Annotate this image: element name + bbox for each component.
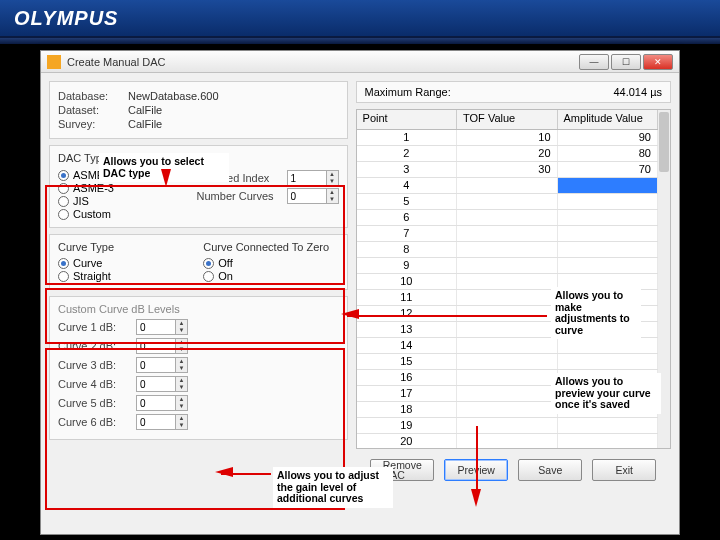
- dialog-window: Create Manual DAC — ☐ ✕ Database:NewData…: [40, 50, 680, 535]
- survey-value: CalFile: [128, 118, 162, 130]
- cell-tof[interactable]: [457, 306, 557, 321]
- cell-point: 1: [357, 130, 457, 145]
- brand-subbar: [0, 38, 720, 44]
- annotation-db-levels: Allows you to adjust the gain level of a…: [273, 467, 393, 508]
- cell-tof[interactable]: 20: [457, 146, 557, 161]
- exit-button[interactable]: Exit: [592, 459, 656, 481]
- dataset-value: CalFile: [128, 104, 162, 116]
- cell-tof[interactable]: [457, 210, 557, 225]
- table-row[interactable]: 20: [357, 434, 658, 448]
- table-row[interactable]: 11090: [357, 130, 658, 146]
- selected-index-input[interactable]: [287, 170, 327, 186]
- cell-amplitude[interactable]: [558, 354, 658, 369]
- chevron-down-icon[interactable]: ▼: [327, 178, 338, 185]
- cell-tof[interactable]: 30: [457, 162, 557, 177]
- cell-amplitude[interactable]: [558, 242, 658, 257]
- cell-point: 3: [357, 162, 457, 177]
- table-row[interactable]: 15: [357, 354, 658, 370]
- cell-amplitude[interactable]: [558, 434, 658, 448]
- table-row[interactable]: 4: [357, 178, 658, 194]
- annotation-preview: Allows you to preview your curve once it…: [551, 373, 661, 414]
- cell-amplitude[interactable]: 80: [558, 146, 658, 161]
- cell-amplitude[interactable]: 70: [558, 162, 658, 177]
- max-range-label: Maximum Range:: [365, 86, 451, 98]
- cell-tof[interactable]: [457, 274, 557, 289]
- minimize-button[interactable]: —: [579, 54, 609, 70]
- highlight-box-dac-type: [45, 185, 345, 285]
- info-panel: Database:NewDatabase.600 Dataset:CalFile…: [49, 81, 348, 139]
- save-button[interactable]: Save: [518, 459, 582, 481]
- cell-tof[interactable]: [457, 194, 557, 209]
- cell-amplitude[interactable]: [558, 258, 658, 273]
- cell-amplitude[interactable]: [558, 226, 658, 241]
- cell-tof[interactable]: [457, 178, 557, 193]
- table-row[interactable]: 19: [357, 418, 658, 434]
- cell-amplitude[interactable]: [558, 338, 658, 353]
- table-row[interactable]: 33070: [357, 162, 658, 178]
- cell-point: 5: [357, 194, 457, 209]
- cell-tof[interactable]: [457, 290, 557, 305]
- app-icon: [47, 55, 61, 69]
- cell-tof[interactable]: 10: [457, 130, 557, 145]
- cell-amplitude[interactable]: [558, 178, 658, 193]
- col-point: Point: [357, 110, 457, 129]
- maximize-button[interactable]: ☐: [611, 54, 641, 70]
- cell-point: 4: [357, 178, 457, 193]
- cell-amplitude[interactable]: [558, 210, 658, 225]
- cell-point: 16: [357, 370, 457, 385]
- max-range-panel: Maximum Range: 44.014 µs: [356, 81, 671, 103]
- brand-banner: OLYMPUS: [0, 0, 720, 38]
- arrow-line: [476, 426, 478, 491]
- cell-tof[interactable]: [457, 322, 557, 337]
- highlight-box-curve: [45, 288, 345, 344]
- cell-point: 19: [357, 418, 457, 433]
- table-row[interactable]: 5: [357, 194, 658, 210]
- cell-point: 14: [357, 338, 457, 353]
- cell-point: 8: [357, 242, 457, 257]
- arrow-line: [347, 315, 547, 317]
- cell-amplitude[interactable]: [558, 418, 658, 433]
- brand-text: OLYMPUS: [14, 7, 118, 30]
- table-row[interactable]: 7: [357, 226, 658, 242]
- arrow-icon: [471, 489, 481, 507]
- selected-index-spinner[interactable]: ▲▼: [287, 170, 339, 186]
- radio-icon: [58, 170, 69, 181]
- cell-point: 12: [357, 306, 457, 321]
- cell-point: 18: [357, 402, 457, 417]
- annotation-curve: Allows you to make adjustments to curve: [551, 287, 641, 339]
- table-row[interactable]: 22080: [357, 146, 658, 162]
- cell-point: 2: [357, 146, 457, 161]
- table-row[interactable]: 6: [357, 210, 658, 226]
- cell-point: 17: [357, 386, 457, 401]
- dataset-label: Dataset:: [58, 104, 128, 116]
- cell-point: 13: [357, 322, 457, 337]
- cell-amplitude[interactable]: [558, 194, 658, 209]
- database-value: NewDatabase.600: [128, 90, 219, 102]
- cell-tof[interactable]: [457, 242, 557, 257]
- cell-point: 7: [357, 226, 457, 241]
- table-row[interactable]: 9: [357, 258, 658, 274]
- table-row[interactable]: 14: [357, 338, 658, 354]
- cell-tof[interactable]: [457, 402, 557, 417]
- arrow-icon: [341, 309, 359, 319]
- cell-amplitude[interactable]: 90: [558, 130, 658, 145]
- scrollbar-thumb[interactable]: [659, 112, 669, 172]
- cell-tof[interactable]: [457, 258, 557, 273]
- window-title: Create Manual DAC: [67, 56, 165, 68]
- table-row[interactable]: 8: [357, 242, 658, 258]
- cell-tof[interactable]: [457, 226, 557, 241]
- cell-tof[interactable]: [457, 338, 557, 353]
- close-button[interactable]: ✕: [643, 54, 673, 70]
- cell-point: 6: [357, 210, 457, 225]
- cell-tof[interactable]: [457, 370, 557, 385]
- cell-tof[interactable]: [457, 386, 557, 401]
- cell-tof[interactable]: [457, 418, 557, 433]
- titlebar: Create Manual DAC — ☐ ✕: [41, 51, 679, 73]
- arrow-icon: [215, 467, 233, 477]
- survey-label: Survey:: [58, 118, 128, 130]
- cell-tof[interactable]: [457, 434, 557, 448]
- button-row: Remove DAC Preview Save Exit: [356, 459, 671, 481]
- cell-tof[interactable]: [457, 354, 557, 369]
- cell-point: 20: [357, 434, 457, 448]
- chevron-up-icon[interactable]: ▲: [327, 171, 338, 178]
